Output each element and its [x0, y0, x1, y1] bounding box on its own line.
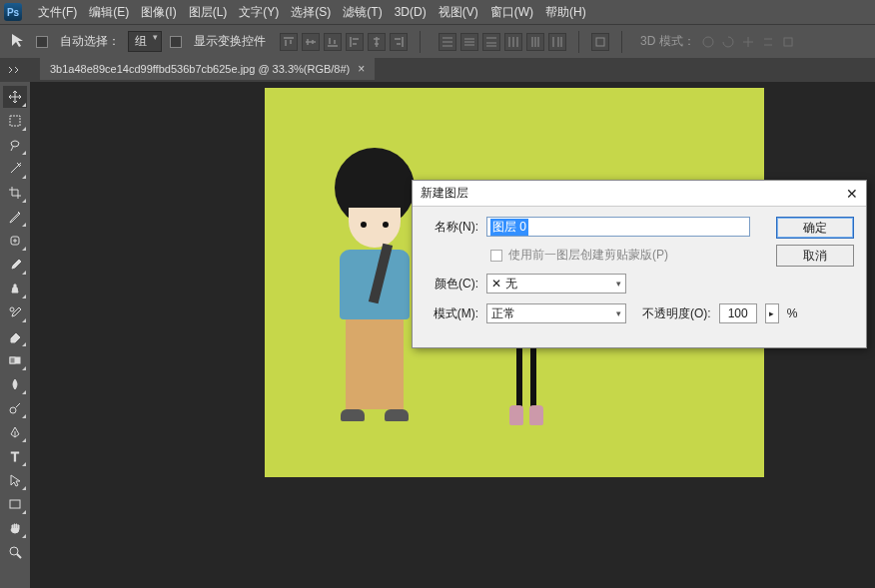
- color-none-icon: ✕: [491, 277, 501, 291]
- clip-mask-checkbox[interactable]: [490, 250, 502, 262]
- svg-rect-2: [784, 38, 792, 46]
- gradient-tool[interactable]: [3, 349, 27, 371]
- marquee-tool[interactable]: [3, 110, 27, 132]
- blur-tool[interactable]: [3, 373, 27, 395]
- close-tab-icon[interactable]: ×: [358, 62, 365, 76]
- opacity-spinner[interactable]: ▸: [765, 303, 779, 323]
- svg-rect-10: [10, 500, 20, 508]
- path-selection-tool[interactable]: [3, 469, 27, 491]
- separator: [578, 31, 579, 53]
- auto-align-button[interactable]: [591, 33, 609, 51]
- svg-point-5: [10, 307, 14, 311]
- mode3d-section: 3D 模式：: [640, 33, 795, 50]
- scale-icon[interactable]: [781, 35, 795, 49]
- mode3d-label: 3D 模式：: [640, 33, 695, 50]
- cancel-button[interactable]: 取消: [776, 245, 854, 267]
- align-bottom-edges[interactable]: [324, 33, 342, 51]
- separator: [420, 31, 421, 53]
- menu-image[interactable]: 图像(I): [135, 4, 182, 21]
- document-tab[interactable]: 3b1a48e89ce14cd99ffbd536b7cb625e.jpg @ 3…: [40, 58, 375, 80]
- move-tool[interactable]: [3, 86, 27, 108]
- roll-icon[interactable]: [721, 35, 735, 49]
- distribute-bottom[interactable]: [482, 33, 500, 51]
- orbit-icon[interactable]: [701, 35, 715, 49]
- mode-label: 模式(M):: [425, 305, 478, 322]
- options-bar: 自动选择： 组 显示变换控件 3D 模式：: [0, 24, 875, 58]
- menu-bar: Ps 文件(F) 编辑(E) 图像(I) 图层(L) 文字(Y) 选择(S) 滤…: [0, 0, 875, 24]
- align-hcenter[interactable]: [368, 33, 386, 51]
- svg-rect-7: [10, 357, 15, 363]
- color-label: 颜色(C):: [425, 276, 478, 293]
- clip-mask-label: 使用前一图层创建剪贴蒙版(P): [508, 247, 668, 264]
- new-layer-dialog: 新建图层 ✕ 确定 取消 名称(N): 图层 0 使用前一图层创建剪贴蒙版(P)…: [412, 180, 867, 348]
- transform-controls-checkbox[interactable]: [170, 36, 182, 48]
- auto-select-label: 自动选择：: [60, 33, 120, 50]
- menu-help[interactable]: 帮助(H): [539, 4, 592, 21]
- menu-filter[interactable]: 滤镜(T): [337, 4, 388, 21]
- menu-type[interactable]: 文字(Y): [233, 4, 285, 21]
- ok-button[interactable]: 确定: [776, 217, 854, 239]
- mode-value: 正常: [491, 305, 515, 322]
- auto-select-checkbox[interactable]: [36, 36, 48, 48]
- type-tool[interactable]: T: [3, 445, 27, 467]
- svg-text:T: T: [11, 449, 19, 463]
- svg-point-1: [703, 37, 713, 47]
- layer-name-input[interactable]: 图层 0: [486, 217, 750, 237]
- pen-tool[interactable]: [3, 421, 27, 443]
- color-dropdown[interactable]: ✕无 ▾: [486, 274, 626, 294]
- clone-stamp-tool[interactable]: [3, 278, 27, 299]
- hand-tool[interactable]: [3, 517, 27, 539]
- svg-point-11: [10, 547, 18, 555]
- dialog-title-text: 新建图层: [421, 185, 468, 202]
- distribute-top[interactable]: [438, 33, 456, 51]
- menu-edit[interactable]: 编辑(E): [83, 4, 135, 21]
- move-tool-icon: [10, 32, 28, 51]
- chevron-down-icon: ▾: [616, 308, 621, 318]
- mode-dropdown[interactable]: 正常 ▾: [486, 303, 626, 323]
- app-logo: Ps: [4, 3, 22, 21]
- auto-select-dropdown[interactable]: 组: [128, 31, 162, 52]
- dialog-close-icon[interactable]: ✕: [846, 186, 858, 202]
- align-left-edges[interactable]: [346, 33, 364, 51]
- name-label: 名称(N):: [425, 219, 478, 236]
- opacity-input[interactable]: 100: [719, 303, 757, 323]
- document-tab-title: 3b1a48e89ce14cd99ffbd536b7cb625e.jpg @ 3…: [50, 63, 350, 75]
- magic-wand-tool[interactable]: [3, 158, 27, 180]
- menu-layer[interactable]: 图层(L): [183, 4, 234, 21]
- align-right-edges[interactable]: [390, 33, 408, 51]
- separator: [621, 31, 622, 53]
- rectangle-tool[interactable]: [3, 493, 27, 515]
- svg-point-8: [10, 407, 16, 413]
- healing-brush-tool[interactable]: [3, 230, 27, 252]
- align-group-edges: [280, 33, 408, 51]
- pan-icon[interactable]: [741, 35, 755, 49]
- distribute-vcenter[interactable]: [460, 33, 478, 51]
- eraser-tool[interactable]: [3, 325, 27, 347]
- history-brush-tool[interactable]: [3, 301, 27, 323]
- distribute-left[interactable]: [504, 33, 522, 51]
- eyedropper-tool[interactable]: [3, 206, 27, 228]
- toolbox-collapse-handle[interactable]: [0, 58, 30, 82]
- distribute-right[interactable]: [548, 33, 566, 51]
- transform-controls-label: 显示变换控件: [194, 33, 266, 50]
- brush-tool[interactable]: [3, 254, 27, 276]
- layer-name-value: 图层 0: [490, 219, 528, 236]
- slide-icon[interactable]: [761, 35, 775, 49]
- menu-3d[interactable]: 3D(D): [389, 5, 433, 19]
- toolbox: T: [0, 82, 30, 588]
- distribute-hcenter[interactable]: [526, 33, 544, 51]
- menu-window[interactable]: 窗口(W): [484, 4, 539, 21]
- lasso-tool[interactable]: [3, 134, 27, 156]
- opacity-label: 不透明度(O):: [642, 305, 711, 322]
- menu-view[interactable]: 视图(V): [433, 4, 484, 21]
- align-vcenter[interactable]: [302, 33, 320, 51]
- menu-file[interactable]: 文件(F): [32, 4, 83, 21]
- distribute-group: [438, 33, 566, 51]
- align-top-edges[interactable]: [280, 33, 298, 51]
- dialog-titlebar[interactable]: 新建图层 ✕: [413, 181, 866, 207]
- menu-select[interactable]: 选择(S): [285, 4, 337, 21]
- zoom-tool[interactable]: [3, 541, 27, 563]
- color-value: 无: [505, 277, 517, 291]
- dodge-tool[interactable]: [3, 397, 27, 419]
- crop-tool[interactable]: [3, 182, 27, 204]
